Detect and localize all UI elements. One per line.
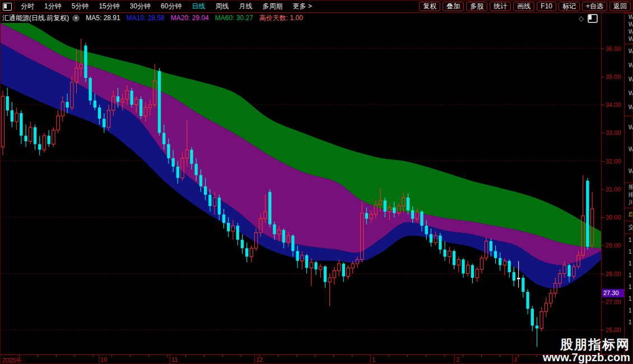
period-toolbar: 分时1分钟5分钟15分钟30分钟60分钟日线周线月线多周期更多 > 复权叠加多股… <box>1 1 632 13</box>
candle <box>6 88 9 116</box>
candle <box>158 68 161 136</box>
period-item-5[interactable]: 30分钟 <box>125 2 156 11</box>
period-item-9[interactable]: 月线 <box>234 2 257 11</box>
strip-section-6[interactable]: 交 <box>625 221 633 234</box>
price-axis[interactable]: 36.0035.0034.0033.0032.0031.0030.0029.00… <box>601 13 625 363</box>
candle <box>245 242 248 262</box>
price-tick <box>602 245 604 246</box>
action-button-4[interactable]: 统计 <box>490 2 511 11</box>
right-sidebar-strip[interactable]: WWWWWWWWWWWW接排川自交11111111 <box>624 13 633 363</box>
strip-glyph: W <box>629 100 633 114</box>
month-label: 1 <box>372 356 375 363</box>
candle <box>11 102 13 127</box>
toolbar-divider <box>14 1 15 12</box>
price-tick <box>602 302 604 302</box>
period-item-4[interactable]: 15分钟 <box>94 2 124 11</box>
panel-toggle-icon[interactable] <box>588 14 598 23</box>
candle <box>89 77 91 105</box>
month-separator <box>454 355 455 364</box>
price-label: 29.00 <box>606 242 621 249</box>
period-item-11[interactable]: 更多 > <box>287 2 316 11</box>
strip-glyph: W <box>629 116 633 138</box>
period-item-7[interactable]: 日线 <box>187 2 210 11</box>
candle <box>43 133 45 152</box>
period-item-8[interactable]: 周线 <box>210 2 234 11</box>
time-axis[interactable]: 2025年101112123 <box>1 354 624 364</box>
candle <box>439 233 441 254</box>
action-button-8[interactable]: +自选 <box>582 2 607 11</box>
candle <box>268 189 271 227</box>
week-tick <box>389 355 389 357</box>
action-button-3[interactable]: 多股 <box>466 2 487 11</box>
candle <box>333 267 336 285</box>
diamond-icon[interactable]: ◇ <box>579 15 584 22</box>
titlebar-right-icons: ◇ <box>579 14 598 23</box>
month-label: 3 <box>514 356 517 363</box>
action-button-6[interactable]: F10 <box>537 2 556 11</box>
ma-value: MA60: 30.27 <box>215 14 253 22</box>
candle <box>467 261 469 277</box>
price-label: 27.00 <box>606 298 621 305</box>
candle <box>84 43 87 82</box>
month-separator <box>370 355 371 364</box>
candle <box>453 250 455 269</box>
period-item-6[interactable]: 60分钟 <box>156 2 187 11</box>
candle <box>462 258 464 278</box>
period-item-1[interactable]: 分时 <box>16 2 39 11</box>
strip-section-7[interactable]: 11111111 <box>625 234 633 330</box>
week-tick <box>222 355 223 357</box>
candlestick-chart[interactable] <box>1 23 601 354</box>
strip-glyph: 1 <box>629 234 633 246</box>
strip-section-4[interactable]: 接排川 <box>625 183 633 208</box>
action-button-1[interactable]: 复权 <box>419 2 440 11</box>
period-item-10[interactable]: 多周期 <box>257 2 287 11</box>
strip-glyph: 1 <box>629 293 633 305</box>
month-label: 11 <box>171 356 178 363</box>
candle <box>250 245 253 262</box>
candle <box>342 262 345 282</box>
strip-section-2[interactable]: WWWWW <box>625 44 633 116</box>
action-button-2[interactable]: 叠加 <box>443 2 464 11</box>
strip-glyph: W <box>629 44 633 58</box>
strip-section-3[interactable]: WWW <box>625 116 633 183</box>
action-button-9[interactable]: 返回 <box>609 2 631 11</box>
price-label: 30.00 <box>606 214 621 221</box>
watermark: 股朋指标网 www.7gpzb.com <box>543 338 630 363</box>
candle <box>471 264 474 283</box>
strip-glyph: W <box>629 21 633 28</box>
period-item-3[interactable]: 5分钟 <box>67 2 94 11</box>
strip-section-5[interactable]: 自 <box>625 208 633 221</box>
candle <box>305 254 308 273</box>
action-button-7[interactable]: 标记 <box>558 2 580 11</box>
week-tick <box>241 355 241 357</box>
strip-glyph: 1 <box>629 258 633 269</box>
week-tick <box>333 355 334 357</box>
candle <box>480 255 483 274</box>
price-tick <box>602 274 604 274</box>
month-label: 2025年 <box>2 356 22 364</box>
week-tick <box>444 355 445 357</box>
week-tick <box>75 355 75 357</box>
ma-values: MA5: 28.91MA10: 28.58MA20: 29.04MA60: 30… <box>80 13 303 23</box>
chart-title-bar: 汇通能源(日线.前复权) ▾ MA5: 28.91MA10: 28.58MA20… <box>1 13 601 23</box>
strip-section-1[interactable]: WWWW <box>625 13 633 44</box>
month-label: 12 <box>256 356 263 363</box>
layout-toggle-icon[interactable] <box>3 3 12 11</box>
strip-glyph: W <box>629 28 633 35</box>
candle <box>536 317 538 347</box>
strip-glyph: W <box>629 13 633 21</box>
price-label: 35.00 <box>606 73 621 80</box>
week-tick <box>407 355 408 357</box>
month-separator <box>512 355 513 364</box>
candle <box>130 88 133 108</box>
chevron-down-icon[interactable]: ▾ <box>72 15 80 22</box>
candle <box>236 223 239 245</box>
candle <box>29 122 32 144</box>
price-label: 33.00 <box>606 129 621 136</box>
strip-glyph: W <box>629 72 633 86</box>
action-button-5[interactable]: 画线 <box>513 2 534 11</box>
week-tick <box>167 355 167 357</box>
strip-glyph: 1 <box>629 305 633 316</box>
period-item-2[interactable]: 1分钟 <box>39 2 67 11</box>
price-tick <box>602 77 604 77</box>
